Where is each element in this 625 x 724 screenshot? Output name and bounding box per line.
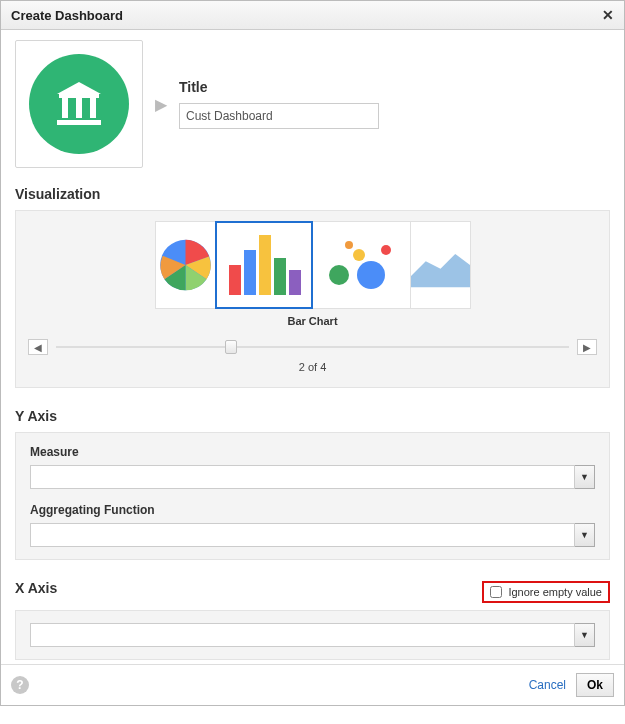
dialog-title: Create Dashboard — [11, 8, 123, 23]
title-label: Title — [179, 79, 610, 95]
svg-rect-3 — [76, 98, 82, 118]
measure-input[interactable] — [30, 465, 575, 489]
dialog-footer: ? Cancel Ok — [1, 664, 624, 705]
x-axis-input[interactable] — [30, 623, 575, 647]
ignore-empty-checkbox[interactable] — [490, 586, 502, 598]
svg-rect-9 — [259, 235, 271, 295]
svg-rect-10 — [274, 258, 286, 295]
help-icon[interactable]: ? — [11, 676, 29, 694]
dialog-body[interactable]: ▶ Title Visualization — [1, 30, 624, 664]
ok-button[interactable]: Ok — [576, 673, 614, 697]
agg-label: Aggregating Function — [30, 503, 595, 517]
viz-prev-button[interactable]: ◀ — [28, 339, 48, 355]
viz-slider-track[interactable] — [56, 346, 569, 348]
svg-marker-17 — [411, 254, 470, 287]
ignore-empty-label: Ignore empty value — [508, 586, 602, 598]
cancel-button[interactable]: Cancel — [529, 678, 566, 692]
dashboard-icon-frame[interactable] — [15, 40, 143, 168]
agg-combo: ▼ — [30, 523, 595, 547]
measure-dropdown-button[interactable]: ▼ — [575, 465, 595, 489]
title-block: Title — [179, 79, 610, 129]
y-axis-panel: Measure ▼ Aggregating Function ▼ — [15, 432, 610, 560]
svg-rect-4 — [90, 98, 96, 118]
viz-item-area[interactable] — [411, 221, 471, 309]
close-icon[interactable]: ✕ — [602, 7, 614, 23]
svg-rect-8 — [244, 250, 256, 295]
viz-item-bubble[interactable] — [313, 221, 411, 309]
footer-buttons: Cancel Ok — [529, 673, 614, 697]
x-axis-header: X Axis Ignore empty value — [15, 580, 610, 604]
x-axis-dropdown-button[interactable]: ▼ — [575, 623, 595, 647]
svg-point-14 — [357, 261, 385, 289]
viz-item-bar[interactable] — [215, 221, 313, 309]
agg-dropdown-button[interactable]: ▼ — [575, 523, 595, 547]
top-row: ▶ Title — [15, 40, 610, 168]
visualization-slider-row: ◀ ▶ — [28, 339, 597, 355]
chevron-right-icon: ▶ — [155, 95, 167, 114]
measure-combo: ▼ — [30, 465, 595, 489]
viz-next-button[interactable]: ▶ — [577, 339, 597, 355]
x-axis-combo: ▼ — [30, 623, 595, 647]
svg-point-15 — [381, 245, 391, 255]
x-axis-label: X Axis — [15, 580, 57, 596]
svg-rect-11 — [289, 270, 301, 295]
svg-rect-5 — [57, 120, 101, 125]
bank-icon — [29, 54, 129, 154]
y-axis-label: Y Axis — [15, 408, 610, 424]
svg-rect-2 — [62, 98, 68, 118]
title-input[interactable] — [179, 103, 379, 129]
svg-point-12 — [329, 265, 349, 285]
dialog-header: Create Dashboard ✕ — [1, 1, 624, 30]
svg-marker-0 — [57, 82, 101, 94]
svg-point-16 — [345, 241, 353, 249]
measure-label: Measure — [30, 445, 595, 459]
viz-slider-thumb[interactable] — [225, 340, 237, 354]
ignore-empty-highlight: Ignore empty value — [482, 581, 610, 603]
visualization-label: Visualization — [15, 186, 610, 202]
agg-input[interactable] — [30, 523, 575, 547]
x-axis-panel: ▼ — [15, 610, 610, 660]
svg-rect-1 — [59, 94, 99, 98]
visualization-counter: 2 of 4 — [28, 361, 597, 373]
viz-item-pie[interactable] — [155, 221, 215, 309]
svg-point-13 — [353, 249, 365, 261]
visualization-caption: Bar Chart — [28, 315, 597, 327]
visualization-panel: Bar Chart ◀ ▶ 2 of 4 — [15, 210, 610, 388]
svg-rect-7 — [229, 265, 241, 295]
visualization-strip — [28, 221, 597, 309]
create-dashboard-dialog: Create Dashboard ✕ ▶ Title — [0, 0, 625, 706]
